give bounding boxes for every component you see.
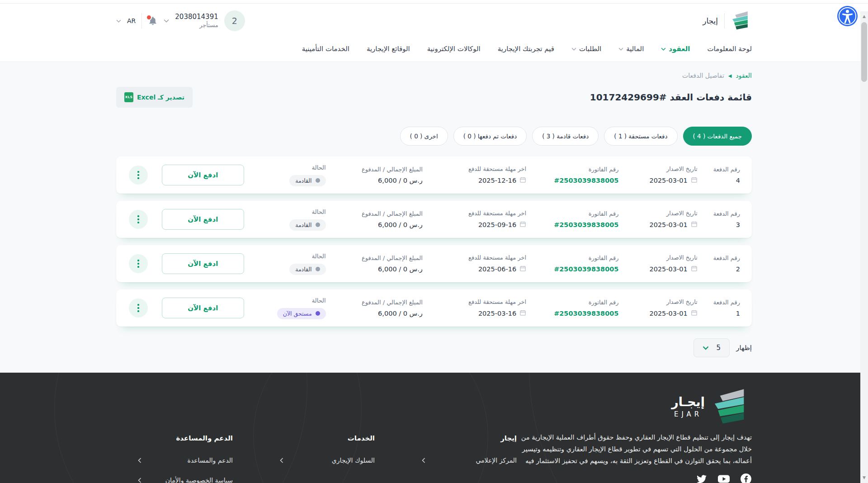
filter-all-payments[interactable]: جميع الدفعات ( 4 ) [683, 127, 752, 146]
amount-label: المبلغ الإجمالي / المدفوع [337, 255, 423, 261]
accessibility-icon [837, 5, 858, 27]
invoice-number-cell: رقم الفاتورة #2503039838005 [537, 210, 618, 228]
twitter-icon[interactable] [696, 473, 708, 483]
per-page-select[interactable]: 5 [693, 338, 730, 357]
pay-now-button[interactable]: ادفع الآن [162, 165, 244, 185]
invoice-number-cell: رقم الفاتورة #2503039838005 [537, 255, 618, 273]
site-footer: إيجـار EJAR تهدف إيجار إلى تنظيم قطاع ال… [0, 373, 868, 483]
avatar[interactable]: 2 [224, 10, 245, 31]
footer-description: تهدف إيجار إلى تنظيم قطاع الإيجار العقار… [517, 431, 752, 467]
chevron-down-icon [661, 47, 666, 51]
language-label[interactable]: AR [127, 17, 136, 24]
invoice-number-cell: رقم الفاتورة #2503039838005 [537, 166, 618, 184]
nav-item-insurance-services[interactable]: الخدمات التأمينية [302, 45, 349, 53]
breadcrumb-contracts[interactable]: العقود [736, 72, 752, 79]
scrollbar-down-arrow-icon[interactable]: ▼ [860, 476, 868, 480]
status-dot-icon [316, 311, 320, 316]
status-badge: القادمة [289, 264, 326, 275]
payment-number-value: 1 [708, 310, 740, 317]
pay-now-button[interactable]: ادفع الآن [162, 253, 244, 274]
payment-number-cell: رقم الدفعة 4 [708, 166, 740, 184]
status-badge: القادمة [289, 175, 326, 186]
due-date-cell: اخر مهلة مستحقة للدفع 2025-12-16 [434, 166, 526, 185]
status-label: الحالة [258, 253, 326, 260]
chevron-down-icon [618, 47, 623, 51]
row-actions-kebab-icon[interactable] [129, 210, 148, 229]
footer-brand-block: إيجـار EJAR تهدف إيجار إلى تنظيم قطاع ال… [517, 387, 752, 483]
nav-item-dashboard[interactable]: لوحة المعلومات [708, 45, 752, 53]
invoice-number-value[interactable]: #2503039838005 [537, 177, 618, 184]
invoice-number-value[interactable]: #2503039838005 [537, 265, 618, 273]
payment-number-value: 4 [708, 177, 740, 184]
payment-number-label: رقم الدفعة [708, 299, 740, 306]
scrollbar-thumb[interactable] [861, 22, 867, 82]
payment-row: رقم الدفعة 2 تاريخ الاصدار 2025-03-01 رق… [116, 245, 752, 282]
row-actions-kebab-icon[interactable] [129, 166, 148, 185]
main-navigation: لوحة المعلومات العقود المالية الطلبات قي… [116, 36, 752, 62]
chevron-left-icon [138, 458, 142, 463]
brand-block[interactable]: إيجار [703, 10, 752, 32]
footer-link-privacy-policy[interactable]: سياسة الخصوصية والأمان [138, 477, 233, 483]
brand-wordmark: إيجار [703, 16, 718, 25]
social-links [517, 473, 752, 483]
nav-item-finance[interactable]: المالية [618, 45, 644, 53]
amount-cell: المبلغ الإجمالي / المدفوع 6,000 / 0 ر.س [337, 299, 423, 317]
amount-label: المبلغ الإجمالي / المدفوع [337, 299, 423, 306]
issue-date-cell: تاريخ الاصدار 2025-03-01 [630, 166, 698, 185]
calendar-icon [519, 265, 526, 273]
due-date-label: اخر مهلة مستحقة للدفع [434, 166, 526, 172]
pay-cell: ادفع الآن [159, 165, 247, 185]
scrollbar-up-arrow-icon[interactable]: ▲ [860, 14, 868, 19]
per-page-value: 5 [716, 344, 721, 352]
accessibility-widget-button[interactable] [837, 5, 858, 27]
language-chevron-icon[interactable] [116, 19, 121, 23]
invoice-number-label: رقم الفاتورة [537, 255, 618, 261]
filter-paid-payments[interactable]: دفعات تم دفعها ( 0 ) [453, 127, 527, 146]
status-label: الحالة [258, 297, 326, 304]
footer-column-ejar: إيجار المركز الإعلامي [422, 434, 517, 483]
filter-other-payments[interactable]: اخرى ( 0 ) [400, 127, 448, 146]
nav-item-eagencies[interactable]: الوكالات الإلكترونية [427, 45, 481, 53]
nav-item-rate-experience[interactable]: قيم تجربتك الإيجارية [498, 45, 554, 53]
amount-cell: المبلغ الإجمالي / المدفوع 6,000 / 0 ر.س [337, 166, 423, 184]
topbar-divider [142, 13, 142, 28]
user-menu-chevron-icon[interactable] [164, 19, 169, 23]
invoice-number-value[interactable]: #2503039838005 [537, 221, 618, 228]
user-cluster: 2 2038014391 مستأجر AR [116, 10, 245, 31]
calendar-icon [691, 221, 698, 229]
pay-cell: ادفع الآن [159, 253, 247, 274]
footer-column-support: الدعم والمساعدة الدعم والمساعدة سياسة ال… [138, 434, 233, 483]
pay-now-button[interactable]: ادفع الآن [162, 298, 244, 318]
nav-item-requests[interactable]: الطلبات [571, 45, 601, 53]
scrollbar[interactable]: ▲ ▼ [860, 11, 868, 483]
filter-due-payments[interactable]: دفعات مستحقة ( 1 ) [604, 127, 677, 146]
notifications-bell-icon[interactable] [148, 16, 158, 26]
footer-link-media-center[interactable]: المركز الإعلامي [422, 457, 517, 464]
nav-item-rental-incidents[interactable]: الوقائع الإيجارية [367, 45, 410, 53]
issue-date-value: 2025-03-01 [649, 221, 687, 228]
payment-number-label: رقم الدفعة [708, 210, 740, 217]
footer-link-rental-conduct[interactable]: السلوك الإيجاري [280, 457, 375, 464]
footer-link-support[interactable]: الدعم والمساعدة [138, 457, 233, 464]
nav-item-contracts[interactable]: العقود [661, 45, 690, 53]
export-excel-button[interactable]: تصدير كـ Excel XLS [116, 87, 193, 108]
filter-upcoming-payments[interactable]: دفعات قادمة ( 3 ) [532, 127, 599, 146]
invoice-number-label: رقم الفاتورة [537, 210, 618, 217]
footer-heading: إيجار [422, 434, 517, 442]
due-date-label: اخر مهلة مستحقة للدفع [434, 298, 526, 305]
youtube-icon[interactable] [717, 473, 730, 483]
footer-column-services: الخدمات السلوك الإيجاري [280, 434, 375, 483]
due-date-value: 2025-12-16 [478, 177, 516, 184]
user-id: 2038014391 [175, 12, 218, 21]
facebook-icon[interactable] [740, 473, 752, 483]
issue-date-cell: تاريخ الاصدار 2025-03-01 [630, 210, 698, 229]
footer-brand-wordmark: إيجـار EJAR [671, 395, 705, 418]
invoice-number-cell: رقم الفاتورة #2503039838005 [537, 299, 618, 317]
row-actions-kebab-icon[interactable] [129, 254, 148, 273]
payment-number-label: رقم الدفعة [708, 255, 740, 261]
calendar-icon [691, 309, 698, 317]
amount-label: المبلغ الإجمالي / المدفوع [337, 166, 423, 173]
row-actions-kebab-icon[interactable] [129, 298, 148, 317]
pay-now-button[interactable]: ادفع الآن [162, 209, 244, 230]
invoice-number-value[interactable]: #2503039838005 [537, 310, 618, 317]
